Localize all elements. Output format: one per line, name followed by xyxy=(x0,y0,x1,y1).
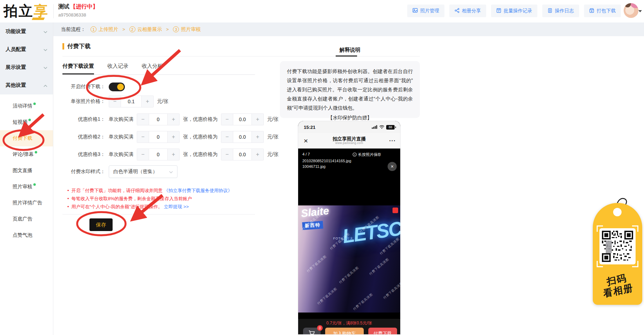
service-agreement-link[interactable]: 《拍立享付费下载服务使用协议》 xyxy=(164,188,232,193)
discount-price-value[interactable]: 0.0 xyxy=(233,114,252,125)
photo-filenames: 20102808521011414165.jpg 10046711.jpg xyxy=(298,158,400,169)
photo-price-value[interactable]: 0.1 xyxy=(121,96,142,107)
note-text: 用户可在“个人中心-我的余额”进行提现操作。 xyxy=(72,204,164,209)
withdraw-now-link[interactable]: 立即提现 >> xyxy=(164,204,189,209)
operation-log-button[interactable]: 操作日志 xyxy=(542,5,579,17)
add-to-cart-button: 加入购物车 xyxy=(325,328,364,335)
photo-manage-button[interactable]: 照片管理 xyxy=(407,5,444,17)
minus-button[interactable]: − xyxy=(221,131,233,143)
plus-button[interactable]: + xyxy=(142,96,153,107)
section-label: 功能设置 xyxy=(6,28,26,35)
sidebar-item-comments[interactable]: 评论/弹幕 xyxy=(0,146,53,163)
paid-download-button: 付费下载 xyxy=(368,328,397,335)
sidebar-section-staff[interactable]: 人员配置 xyxy=(0,40,53,58)
breadcrumb-step-upload[interactable]: 1 上传照片 xyxy=(90,26,118,33)
app-header: 拍立享 测试【进行中】 a9750836338 照片管理 相册分享 批量操作记录… xyxy=(0,0,644,22)
package-download-button[interactable]: 打包下载 xyxy=(584,5,621,17)
sidebar-item-label: 评论/弹幕 xyxy=(13,151,34,158)
tab-income-analysis[interactable]: 收入分析 xyxy=(142,63,163,74)
discount-qty-value[interactable]: 0 xyxy=(149,131,168,143)
explain-tab-underline xyxy=(336,55,357,57)
logo-underline xyxy=(32,18,45,20)
paid-download-toggle[interactable] xyxy=(109,83,125,91)
watermark-style-select[interactable]: 白色半通明（密集） xyxy=(109,165,177,178)
tag-hole xyxy=(613,208,622,216)
step-label-2: 云相册展示 xyxy=(137,26,162,33)
discount-qty-value[interactable]: 0 xyxy=(149,149,168,160)
sidebar-item-label: 照片审核 xyxy=(13,184,32,190)
operation-log-label: 操作日志 xyxy=(555,8,574,14)
minus-button[interactable]: − xyxy=(137,131,149,143)
discount-row-3: 优惠价格3： 单次购买满 − 0 + 张，优惠价格为 − 0.0 + 元/张 xyxy=(62,148,279,161)
phone-page-url: www.pailixiang.com xyxy=(314,142,385,145)
wifi-icon xyxy=(379,124,384,130)
sidebar-section-other[interactable]: 其他设置 xyxy=(0,76,53,94)
discount-price-value[interactable]: 0.0 xyxy=(233,149,252,160)
album-share-button[interactable]: 相册分享 xyxy=(449,5,486,17)
discount-row-2: 优惠价格2： 单次购买满 − 0 + 张，优惠价格为 − 0.0 + 元/张 xyxy=(62,131,279,143)
phone-status-bar: 15:21 88 xyxy=(298,121,400,133)
sidebar-item-footer-ad[interactable]: 页底广告 xyxy=(0,211,53,227)
tab-income-record[interactable]: 收入记录 xyxy=(107,63,128,74)
discount-price-value[interactable]: 0.0 xyxy=(233,131,252,143)
main-content: 付费下载 付费下载设置 收入记录 收入分析 开启付费下载： 单张照片价格： − … xyxy=(53,36,644,335)
tab-paid-download-settings[interactable]: 付费下载设置 xyxy=(62,63,94,74)
app-logo: 拍立享 xyxy=(4,2,49,20)
minus-button[interactable]: − xyxy=(137,149,149,160)
header-divider xyxy=(53,4,54,18)
plus-button[interactable]: + xyxy=(168,131,179,143)
sidebar-item-short-video[interactable]: 短视频 xyxy=(0,114,53,130)
user-avatar[interactable] xyxy=(624,3,642,19)
close-icon: × xyxy=(298,137,314,145)
sidebar-section-function[interactable]: 功能设置 xyxy=(0,22,53,40)
divider xyxy=(62,56,420,57)
sidebar-item-label: 点赞气泡 xyxy=(13,232,32,238)
sidebar-item-activity-detail[interactable]: 活动详情 xyxy=(0,98,53,114)
discount-qty-stepper: − 0 + xyxy=(137,131,180,143)
signal-icon xyxy=(372,124,377,130)
watermark-text: 付费下载高清图 xyxy=(368,257,390,276)
breadcrumb-step-review[interactable]: 3 照片审核 xyxy=(173,26,201,33)
avatar-hat xyxy=(631,3,638,8)
minus-button[interactable]: − xyxy=(221,114,233,125)
phone-status-icons: 88 xyxy=(372,124,395,130)
breadcrumb-step-album[interactable]: 2 云相册展示 xyxy=(129,26,162,33)
photo-manage-label: 照片管理 xyxy=(420,8,439,14)
more-menu-icon: ··· xyxy=(385,138,400,144)
status-badge: 【进行中】 xyxy=(70,4,98,9)
plus-button[interactable]: + xyxy=(168,114,179,125)
sidebar-item-like-bubble[interactable]: 点赞气泡 xyxy=(0,227,53,243)
watermark-text: 付费下载高清图 xyxy=(352,292,374,311)
discount-qty-value[interactable]: 0 xyxy=(149,114,168,125)
cart-button: 0 xyxy=(303,328,321,335)
explain-tab[interactable]: 解释说明 xyxy=(280,47,420,53)
photo-price-row: 单张照片价格： − 0.1 + 元/张 xyxy=(62,95,168,108)
sidebar-item-label: 图文直播 xyxy=(13,168,32,174)
logo-text-black: 拍立 xyxy=(4,3,34,19)
sidebar-item-photo-review[interactable]: 照片审核 xyxy=(0,179,53,195)
watermark-text: 付费下载高清图 xyxy=(306,254,328,274)
batch-record-button[interactable]: 批量操作记录 xyxy=(491,5,537,17)
sidebar-item-paid-download[interactable]: 付费下载 xyxy=(0,130,53,146)
phone-page-title: 拍立享照片直播 xyxy=(314,136,385,142)
discount-unit: 元/张 xyxy=(267,116,279,123)
minus-button[interactable]: − xyxy=(109,96,121,107)
sidebar-section-display[interactable]: 展示设置 xyxy=(0,58,53,76)
minus-button[interactable]: − xyxy=(137,114,149,125)
plus-button[interactable]: + xyxy=(252,131,263,143)
viewer-close-icon: × xyxy=(388,162,397,171)
green-dot-badge xyxy=(33,103,36,105)
plus-button[interactable]: + xyxy=(168,149,179,160)
note-text: 每笔收入平台收取8%的服务费，剩余金额直接存入当前账户 xyxy=(72,196,192,201)
discount-mid: 张，优惠价格为 xyxy=(183,116,217,123)
logo-text-gold: 享 xyxy=(34,3,49,19)
cart-icon xyxy=(308,330,315,335)
plus-button[interactable]: + xyxy=(252,149,263,160)
sidebar-item-photo-detail-ad[interactable]: 照片详情广告 xyxy=(0,195,53,211)
discount-unit: 元/张 xyxy=(267,151,279,158)
plus-button[interactable]: + xyxy=(252,114,263,125)
photo-price-stepper: − 0.1 + xyxy=(109,96,154,107)
save-button[interactable]: 保存 xyxy=(89,218,113,231)
minus-button[interactable]: − xyxy=(221,149,233,160)
sidebar-item-live-blog[interactable]: 图文直播 xyxy=(0,163,53,179)
